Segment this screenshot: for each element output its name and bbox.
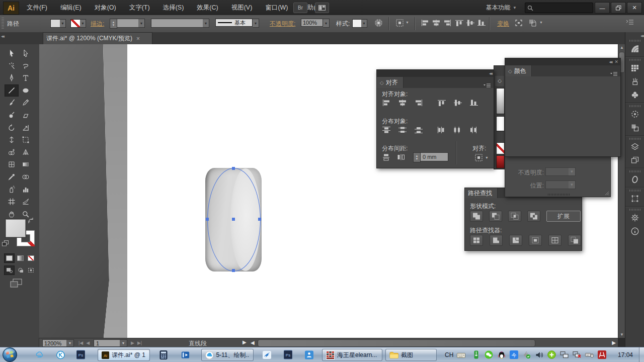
vertical-spacing-button[interactable]	[382, 153, 391, 161]
menu-window[interactable]: 窗口(W)	[259, 0, 294, 15]
graphic-style-swatch[interactable]	[352, 19, 362, 28]
merge-button[interactable]	[509, 235, 522, 246]
next-artboard-icon[interactable]: ▶	[131, 340, 134, 345]
wechat-tray-icon[interactable]	[485, 350, 493, 359]
kingsoft-quicklaunch-icon[interactable]	[56, 350, 65, 359]
anchor-point-top[interactable]	[232, 167, 235, 170]
exclude-button[interactable]	[527, 211, 540, 222]
recolor-artwork-icon[interactable]	[374, 19, 383, 27]
center-point[interactable]	[232, 218, 235, 221]
spacing-value[interactable]: 0 mm	[420, 152, 448, 161]
minimize-button[interactable]: —	[595, 2, 610, 14]
select-similar-dropdown[interactable]: ▼	[406, 21, 409, 24]
stroke-style-select[interactable]: 基本	[215, 19, 253, 27]
trim-button[interactable]	[490, 235, 503, 246]
info-icon[interactable]	[627, 225, 642, 238]
symbols-icon[interactable]	[627, 88, 642, 102]
line-segment-tool[interactable]	[5, 84, 19, 97]
dock-group-handle[interactable]	[629, 105, 640, 107]
remote-device-tray-icon[interactable]	[585, 350, 594, 359]
direct-selection-tool[interactable]	[19, 47, 33, 59]
horizontal-spacing-button[interactable]	[397, 153, 406, 161]
fill-color-swatch[interactable]	[50, 19, 60, 28]
opacity-value[interactable]: 100%	[301, 19, 323, 27]
color-guide-icon[interactable]	[627, 42, 642, 55]
graphic-style-dropdown[interactable]: ▼	[361, 19, 367, 28]
opacity-link[interactable]: 不透明度:	[270, 20, 295, 28]
spacing-stepper[interactable]: ▲▼	[413, 152, 421, 162]
arrange-documents-icon[interactable]	[315, 3, 329, 13]
video-player-taskbar-icon[interactable]	[181, 350, 190, 359]
pencil-tool[interactable]	[19, 97, 33, 109]
swap-fill-stroke-icon[interactable]	[27, 217, 34, 224]
taskbar-clock[interactable]: 17:04	[618, 351, 633, 358]
usb-ok-tray-icon[interactable]	[522, 350, 531, 359]
isolate-selected-object-icon[interactable]	[514, 19, 523, 27]
align-middle-button[interactable]	[466, 19, 475, 27]
distribute-h-center-button[interactable]	[453, 126, 462, 134]
default-fill-stroke-icon[interactable]	[2, 240, 9, 246]
magic-wand-tool[interactable]	[5, 60, 19, 72]
dock-group-handle[interactable]	[629, 59, 640, 61]
artboard-number-value[interactable]: 1	[94, 339, 123, 347]
paintbrush-tool[interactable]	[5, 97, 19, 109]
align-v-middle-button[interactable]	[453, 99, 462, 107]
photoshop-quicklaunch-icon[interactable]: Ps	[76, 350, 85, 359]
anchor-point-bottom[interactable]	[232, 269, 235, 272]
distribute-right-button[interactable]	[469, 126, 478, 134]
status-expand-icon[interactable]: ▶	[243, 339, 247, 345]
control-bar-grip[interactable]	[2, 18, 4, 30]
hidden-swatch-white[interactable]	[496, 116, 505, 131]
safe-plus-tray-icon[interactable]	[547, 350, 556, 359]
stroke-dropdown-arrow[interactable]: ▼	[80, 19, 86, 28]
artboard-dropdown[interactable]: ▼	[120, 339, 127, 347]
hidden-panel-tab[interactable]: ◇	[495, 76, 504, 86]
dock-group-handle[interactable]	[629, 190, 640, 192]
scale-tool[interactable]	[19, 122, 33, 134]
intersect-button[interactable]	[508, 211, 521, 222]
expand-button[interactable]: 扩展	[546, 211, 581, 222]
width-profile-select[interactable]	[151, 19, 203, 28]
network-error-tray-icon[interactable]	[573, 350, 581, 359]
zoom-level-dropdown[interactable]: ▼	[66, 339, 74, 347]
rotate-tool[interactable]	[5, 122, 19, 134]
artboards-icon[interactable]	[627, 154, 642, 167]
distribute-left-button[interactable]	[437, 126, 446, 134]
zoom-level-value[interactable]: 1200%	[42, 339, 69, 347]
eyedropper-tool[interactable]	[5, 171, 19, 183]
start-button[interactable]	[2, 347, 18, 362]
none-mode-button[interactable]	[26, 254, 36, 262]
hscroll-left-arrow[interactable]: ◀	[251, 340, 255, 345]
unite-button[interactable]	[470, 211, 483, 222]
stroke-style-dropdown[interactable]: ▼	[253, 19, 259, 28]
artboard-tool[interactable]	[5, 196, 19, 208]
taskbar-button-elearning[interactable]: 海王星elearn...	[322, 349, 382, 361]
menu-effect[interactable]: 效果(C)	[190, 0, 224, 15]
menu-view[interactable]: 视图(V)	[225, 0, 259, 15]
pen-tool[interactable]	[5, 72, 19, 84]
distribute-top-button[interactable]	[382, 126, 391, 134]
workspace-switcher[interactable]: 基本功能 ▼	[486, 0, 517, 15]
taskbar-button-illustrator[interactable]: Ai 课件.ai* @ 1...	[98, 349, 150, 361]
align-top-button[interactable]	[455, 19, 464, 27]
network-tray-icon[interactable]	[560, 350, 569, 359]
dock-group-handle[interactable]	[629, 138, 640, 140]
transform-link[interactable]: 变换	[497, 20, 509, 28]
document-tab[interactable]: 课件.ai* @ 1200% (CMYK/预览) ×	[43, 32, 152, 44]
align-tab[interactable]: ◇ 对齐	[377, 77, 404, 88]
hidden-swatch-red[interactable]	[496, 155, 505, 168]
search-input[interactable]	[525, 3, 593, 13]
color-collapse-icon[interactable]: ◂◂	[609, 59, 611, 64]
width-tool[interactable]	[5, 134, 19, 146]
thunder-taskbar-icon[interactable]	[263, 350, 271, 359]
gradient-tool[interactable]	[19, 158, 33, 170]
align-to-selector[interactable]: ▼	[474, 153, 489, 162]
lasso-tool[interactable]	[19, 60, 33, 72]
first-artboard-icon[interactable]: |◀	[78, 340, 83, 345]
free-transform-tool[interactable]	[19, 134, 33, 146]
color-mode-button[interactable]	[4, 253, 15, 263]
hscroll-right-arrow[interactable]: ▶	[612, 340, 616, 345]
restore-button[interactable]	[611, 2, 626, 14]
last-artboard-icon[interactable]: ▶|	[137, 340, 142, 345]
close-button[interactable]: ✕	[627, 2, 642, 14]
